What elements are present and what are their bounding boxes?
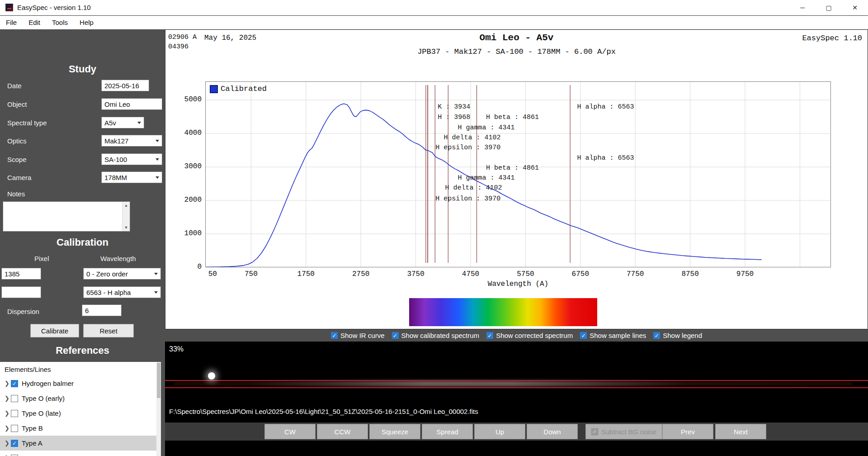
dispersion-input[interactable] — [82, 304, 122, 316]
wavelength1-value: 0 - Zero order — [86, 270, 152, 278]
camera-label: Camera — [7, 174, 31, 181]
reference-item-hydrogen-balmer[interactable]: ❯✓Hydrogen balmer — [0, 376, 161, 391]
notes-textarea[interactable]: ▲ ▼ — [3, 201, 130, 232]
squeeze-button[interactable]: Squeeze — [369, 424, 420, 439]
chevron-down-icon — [156, 158, 159, 161]
option-show-corrected-spectrum[interactable]: ✓Show corrected spectrum — [486, 332, 573, 339]
date-label: Date — [7, 82, 22, 90]
chevron-down-icon — [137, 122, 141, 124]
optics-select[interactable]: Mak127 — [101, 135, 162, 147]
sample-line-label: H beta : 4861 — [486, 114, 539, 121]
wavelength2-select[interactable]: 6563 - H alpha — [83, 286, 161, 298]
expander-icon[interactable]: ❯ — [5, 410, 11, 417]
reference-checkbox[interactable] — [11, 410, 18, 417]
sample-line-label: H epsilon : 3970 — [435, 144, 500, 152]
pixel2-input[interactable] — [1, 286, 41, 298]
down-button[interactable]: Down — [527, 424, 578, 439]
x-tick-label: 4750 — [453, 270, 489, 278]
x-tick-label: 8750 — [672, 270, 708, 278]
option-checkbox[interactable]: ✓ — [331, 332, 338, 339]
reference-item-type-b[interactable]: ❯Type B — [0, 421, 161, 436]
reference-item-type-a[interactable]: ❯✓Type A — [0, 436, 161, 451]
extraction-line-top — [165, 380, 868, 381]
references-scrollbar[interactable] — [156, 362, 161, 456]
date-input[interactable] — [101, 80, 149, 91]
x-tick-label: 3750 — [398, 270, 434, 278]
option-checkbox[interactable]: ✓ — [486, 332, 493, 339]
reference-checkbox[interactable] — [11, 395, 18, 402]
spectrum-plot — [205, 81, 831, 267]
close-button[interactable]: ✕ — [842, 0, 868, 15]
expander-icon[interactable]: ❯ — [5, 380, 11, 387]
spread-button[interactable]: Spread — [422, 424, 473, 439]
reference-checkbox[interactable]: ✓ — [11, 380, 18, 387]
sidebar: Study Date Object Spectral type A5v Opti… — [0, 29, 165, 456]
prev-button[interactable]: Prev — [662, 424, 713, 439]
scrollbar-thumb[interactable] — [157, 363, 160, 398]
wavelength2-value: 6563 - H alpha — [86, 289, 152, 296]
calibrate-button[interactable]: Calibrate — [30, 324, 79, 337]
menu-file[interactable]: File — [0, 17, 23, 28]
menu-tools[interactable]: Tools — [46, 17, 74, 28]
option-checkbox[interactable]: ✓ — [392, 332, 399, 339]
calibration-heading: Calibration — [0, 237, 165, 248]
spectral-type-select[interactable]: A5v — [101, 117, 144, 128]
option-label: Show sample lines — [590, 332, 646, 339]
scroll-down-icon[interactable]: ▼ — [123, 225, 130, 230]
menu-edit[interactable]: Edit — [23, 17, 46, 28]
sample-line-label: H delta : 4102 — [445, 184, 502, 192]
scroll-up-icon[interactable]: ▲ — [123, 203, 130, 208]
wavelength1-select[interactable]: 0 - Zero order — [83, 268, 161, 280]
next-button[interactable]: Next — [715, 424, 766, 439]
reset-button[interactable]: Reset — [83, 324, 134, 337]
references-list: ❯✓Hydrogen balmer❯Type O (early)❯Type O … — [0, 376, 161, 456]
pixel1-input[interactable] — [1, 268, 41, 280]
option-show-calibrated-spectrum[interactable]: ✓Show calibrated spectrum — [392, 332, 480, 339]
subtract-bg-group: ✓ Subtract BG noise — [585, 424, 662, 439]
expander-icon[interactable]: ❯ — [5, 440, 11, 446]
scope-select[interactable]: SA-100 — [101, 153, 162, 165]
option-checkbox[interactable]: ✓ — [653, 332, 660, 339]
camera-select[interactable]: 178MM — [101, 171, 162, 183]
optics-value: Mak127 — [104, 137, 154, 145]
reference-label: Type F — [22, 454, 42, 456]
sample-line-label: H gamma : 4341 — [458, 174, 514, 182]
spectral-type-label: Spectral type — [7, 119, 47, 127]
reference-item-type-o-early-[interactable]: ❯Type O (early) — [0, 391, 161, 406]
object-input[interactable] — [101, 98, 162, 110]
reference-label: Type A — [22, 439, 42, 447]
reference-label: Type O (early) — [22, 394, 65, 402]
wavelength-column-label: Wavelength — [100, 255, 136, 262]
reference-item-type-o-late-[interactable]: ❯Type O (late) — [0, 406, 161, 421]
option-show-ir-curve[interactable]: ✓Show IR curve — [331, 332, 385, 339]
expander-icon[interactable]: ❯ — [5, 425, 11, 432]
sample-line-label: H beta : 4861 — [486, 164, 539, 172]
cw-button[interactable]: CW — [264, 424, 316, 439]
subtract-bg-checkbox[interactable]: ✓ — [591, 428, 598, 435]
option-show-sample-lines[interactable]: ✓Show sample lines — [580, 332, 646, 339]
ccw-button[interactable]: CCW — [317, 424, 368, 439]
up-button[interactable]: Up — [474, 424, 525, 439]
reference-checkbox[interactable] — [11, 425, 18, 432]
x-tick-label: 50 — [194, 270, 231, 278]
app-icon — [5, 4, 13, 11]
reference-item-type-f[interactable]: ❯Type F — [0, 451, 161, 456]
x-tick-label: 750 — [233, 270, 269, 278]
notes-label: Notes — [7, 190, 25, 198]
expander-icon[interactable]: ❯ — [5, 395, 11, 402]
sample-line-label: H delta : 4102 — [443, 134, 500, 142]
pixel-column-label: Pixel — [34, 255, 49, 262]
reference-label: Type B — [22, 424, 43, 432]
reference-checkbox[interactable] — [11, 455, 18, 456]
option-label: Show calibrated spectrum — [401, 332, 480, 339]
menu-help[interactable]: Help — [74, 17, 99, 28]
option-show-legend[interactable]: ✓Show legend — [653, 332, 702, 339]
option-checkbox[interactable]: ✓ — [580, 332, 587, 339]
transform-buttons: CWCCWSqueezeSpreadUpDown — [264, 424, 578, 439]
object-label: Object — [7, 100, 27, 108]
sample-line-label: H epsilon : 3970 — [435, 195, 500, 203]
reference-checkbox[interactable]: ✓ — [11, 440, 18, 447]
minimize-button[interactable]: ─ — [789, 0, 816, 15]
maximize-button[interactable]: ▢ — [816, 0, 842, 15]
notes-scrollbar[interactable]: ▲ ▼ — [122, 202, 130, 231]
